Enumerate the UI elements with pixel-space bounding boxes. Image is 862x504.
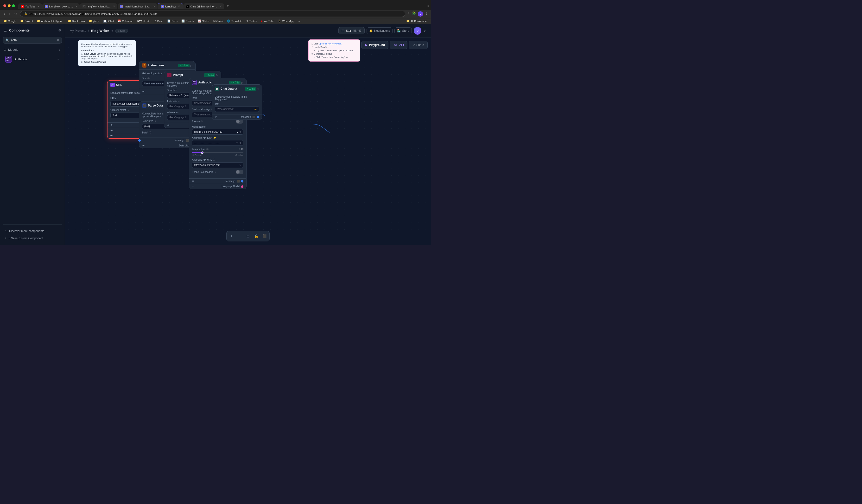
instructions-badge: ✓ 12ms [178,64,190,67]
prompt-instructions-value: Receiving input [169,105,186,108]
bookmark-star-icon[interactable]: ☆ [407,11,410,17]
url-dataframe-eye-icon[interactable]: 👁 [110,134,113,137]
node-chat-output[interactable]: 💬 Chat Output ✓ 23ms ▷ Display a chat me… [212,84,262,120]
new-custom-component-button[interactable]: + + New Custom Component [3,235,62,242]
bookmark-youtube[interactable]: ▶ YouTube [259,19,276,23]
bookmark-drive[interactable]: △ Drive [153,19,165,23]
sidebar-item-anthropic[interactable]: ANTPIC Anthropic ⠿ [3,54,62,64]
zoom-in-button[interactable]: + [228,233,235,240]
star-button[interactable]: ⬡ Star 45,443 [338,27,365,35]
playground-button[interactable]: ▶ Playground [361,41,389,49]
dropdown-arrow[interactable]: ∨ [423,28,426,33]
app-layout: ☰ Components ⚙ 🔍 ✕ ⬡ Models ∨ ANTP [0,24,431,245]
bookmark-ai[interactable]: 📁 Artificial Intelligen... [35,19,66,23]
store-button[interactable]: 🏪 Store [394,27,412,34]
anthropic-label: Anthropic [14,57,28,61]
notifications-label: Notifications [374,29,390,32]
notifications-button[interactable]: 🔔 Notifications [367,27,393,34]
tab-install[interactable]: ⚡ Install Langflow | Langflow D... ✕ [118,3,158,9]
canvas[interactable]: ▶ Playground </> API ↗ Share Purpose: Fe… [65,38,431,245]
new-custom-label: + New Custom Component [9,237,43,240]
tab-cline-close[interactable]: ✕ [220,5,222,8]
instructions-expand-icon[interactable]: ▷ [191,64,192,67]
lock-canvas-button[interactable]: 🔒 [252,233,260,240]
fit-view-button[interactable]: ⊡ [244,233,251,240]
toolmodel-toggle[interactable] [236,170,244,174]
instructions-eye-icon[interactable]: 👁 [142,90,145,93]
bookmark-chat[interactable]: 💬 Chat [102,19,116,23]
extensions-icon[interactable]: 🧩 [412,11,416,17]
title-dropdown-icon[interactable]: ∨ [111,29,113,32]
tab-list-button[interactable]: ≡ [426,3,431,9]
discover-components-button[interactable]: ⬡ Discover more components [3,227,62,235]
forward-button[interactable]: › [8,11,11,17]
chat-output-expand-icon[interactable]: ▷ [257,87,259,90]
code-icon: </> [393,43,397,47]
chat-output-dot [257,116,259,118]
sidebar-settings-icon[interactable]: ⚙ [58,28,61,32]
bookmark-translate[interactable]: 🌐 Translate [225,19,244,23]
apiurl-display[interactable]: https://api.anthropic.com ⤡ [192,162,244,168]
tab-langflow1-close[interactable]: ✕ [75,5,77,8]
tab-add-button[interactable]: + [225,2,231,9]
api-button[interactable]: </> API [390,41,407,49]
bookmark-all[interactable]: 📁 All Bookmarks [405,19,429,23]
stream-toggle[interactable] [236,119,244,123]
tab-langflow-active-close[interactable]: ✕ [178,5,180,8]
reload-button[interactable]: ↺ [13,12,18,16]
anthropic-expand-icon[interactable]: ▷ [241,81,244,84]
bookmark-twitter[interactable]: 𝕏 Twitter [245,19,259,23]
traffic-light-close[interactable] [3,4,6,7]
tab-langflow-active[interactable]: ⚡ Langflow ✕ [158,3,183,9]
anthropic-apikey-field: Anthropic API Key* 🔑 •••••••••••••••••••… [192,136,244,146]
share-button[interactable]: ↗ Share [409,41,428,49]
url-data-eye-icon[interactable]: 👁 [110,124,113,127]
chat-output-header: 💬 Chat Output ✓ 23ms ▷ [212,85,262,93]
breadcrumb-my-projects[interactable]: My Projects [70,29,86,32]
bell-icon: 🔔 [369,29,373,32]
bookmark-whatsapp[interactable]: 📱 WhatsApp [276,19,296,23]
search-box[interactable]: 🔍 ✕ [3,37,62,43]
playground-label: Playground [369,43,385,47]
tab-youtube-close[interactable]: ✕ [38,5,39,8]
bookmark-more[interactable]: » [297,19,301,23]
bookmark-plabs[interactable]: 📁 plabs [87,19,101,23]
tab-youtube[interactable]: ▶ YouTube ✕ [18,3,42,9]
search-input[interactable] [11,39,55,42]
tab-github[interactable]: ⬡ langflow-ai/langflow: Langfl... ✕ [80,3,117,9]
zoom-out-button[interactable]: − [236,233,244,240]
prompt-expand-icon[interactable]: ▷ [216,74,218,77]
traffic-light-minimize[interactable] [8,4,11,7]
tab-github-close[interactable]: ✕ [113,5,115,8]
sidebar-menu-icon[interactable]: ☰ [3,28,7,32]
bookmark-docs[interactable]: 📄 Docs [166,19,179,23]
bookmark-project[interactable]: 📁 Project [18,19,35,23]
prompt-title: Prompt [173,73,183,77]
models-section-header[interactable]: ⬡ Models ∨ [3,47,62,53]
model-dropdown[interactable]: claude-3-5-sonnet-202410 ∨ ↺ [192,129,244,135]
github-icon: ⬡ [341,29,344,33]
tab-cline[interactable]: 𝕏 Cline (@thankscline) / X ✕ [183,3,224,9]
user-avatar[interactable]: U [414,27,421,35]
url-message-eye-icon[interactable]: 👁 [110,129,113,132]
search-clear-icon[interactable]: ✕ [57,39,59,42]
bookmark-gmail[interactable]: ✉ Gmail [212,19,225,23]
traffic-light-fullscreen[interactable] [12,4,15,7]
anthropic-toolmodel-field: Enable Tool Models ⓘ [192,170,244,174]
export-button[interactable]: ⬛ [261,233,268,240]
bookmark-slides[interactable]: 📈 Slides [196,19,211,23]
bookmark-devto[interactable]: DEV dev.to [135,19,152,23]
back-button[interactable]: ‹ [3,11,6,17]
bookmark-blockchain[interactable]: 📁 Blockchain [66,19,87,23]
bookmark-calendar[interactable]: 📅 Calendar [116,19,134,23]
apikey-input-display[interactable]: •••••••••••••••••••••••• 👁 ↺ [192,140,244,146]
bookmark-sheets[interactable]: 📊 Sheets [180,19,196,23]
tab-langflow1[interactable]: ⚡ Langflow | Low-code AI build... ✕ [42,3,80,9]
tab-install-close[interactable]: ✕ [153,5,155,8]
temperature-slider[interactable] [192,152,244,153]
url-input[interactable]: 🔒 127.0.0.1:7861/flow/e92d7e27-f100-4ca0… [20,11,405,17]
menu-icon[interactable]: ⋮ [425,11,428,17]
user-profile-icon[interactable]: U [418,11,423,17]
bookmark-google[interactable]: 📁 Google [2,19,18,23]
stream-toggle-knob [236,120,239,123]
